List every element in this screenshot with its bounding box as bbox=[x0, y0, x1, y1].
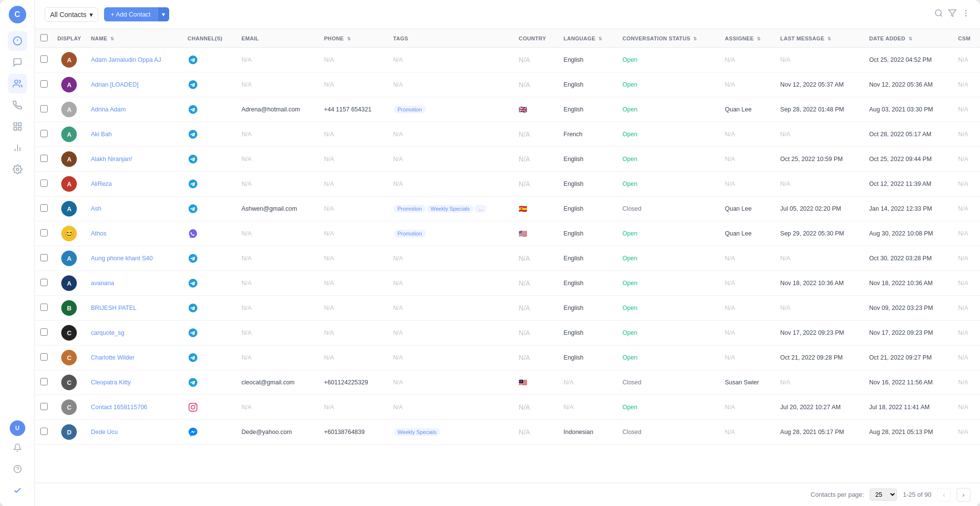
user-avatar[interactable]: U bbox=[10, 420, 25, 436]
row-checkbox[interactable] bbox=[40, 204, 48, 212]
row-checkbox-cell[interactable] bbox=[35, 345, 52, 370]
row-checkbox[interactable] bbox=[40, 229, 48, 236]
th-assignee[interactable]: ASSIGNEE ⇅ bbox=[720, 29, 775, 48]
sidebar-item-settings[interactable] bbox=[8, 160, 27, 179]
contact-name[interactable]: Adrina Adam bbox=[91, 106, 126, 113]
contact-name[interactable]: Adrian [LOADED] bbox=[91, 81, 139, 88]
sidebar-item-contacts[interactable] bbox=[8, 74, 27, 93]
sidebar-item-help[interactable] bbox=[8, 459, 27, 479]
th-phone[interactable]: PHONE ⇅ bbox=[319, 29, 388, 48]
row-checkbox-cell[interactable] bbox=[35, 221, 52, 246]
row-name-cell[interactable]: avanana bbox=[86, 271, 183, 296]
th-language[interactable]: LANGUAGE ⇅ bbox=[559, 29, 617, 48]
row-checkbox-cell[interactable] bbox=[35, 246, 52, 271]
row-name-cell[interactable]: Ash bbox=[86, 197, 183, 221]
row-checkbox[interactable] bbox=[40, 328, 48, 336]
row-checkbox-cell[interactable] bbox=[35, 197, 52, 221]
contact-name[interactable]: Adam Jamaludin Oppa AJ bbox=[91, 56, 161, 63]
sidebar-item-dashboard[interactable] bbox=[8, 31, 27, 51]
row-checkbox-cell[interactable] bbox=[35, 296, 52, 321]
row-language-cell: English bbox=[559, 246, 617, 271]
contact-name[interactable]: Aung phone khant S40 bbox=[91, 255, 153, 262]
row-checkbox-cell[interactable] bbox=[35, 147, 52, 172]
row-name-cell[interactable]: Adrian [LOADED] bbox=[86, 72, 183, 97]
row-checkbox-cell[interactable] bbox=[35, 48, 52, 72]
sidebar-item-broadcasts[interactable] bbox=[8, 95, 27, 115]
row-checkbox-cell[interactable] bbox=[35, 97, 52, 122]
row-checkbox[interactable] bbox=[40, 279, 48, 286]
th-last-message[interactable]: LAST MESSAGE ⇅ bbox=[775, 29, 864, 48]
row-csm-cell: N/A bbox=[953, 72, 980, 97]
row-name-cell[interactable]: Contact 1658115706 bbox=[86, 395, 183, 420]
contact-name[interactable]: Aki Bah bbox=[91, 131, 112, 138]
row-name-cell[interactable]: Athos bbox=[86, 221, 183, 246]
row-checkbox[interactable] bbox=[40, 254, 48, 261]
row-channel-cell bbox=[183, 172, 237, 197]
row-name-cell[interactable]: AliReza bbox=[86, 172, 183, 197]
th-name[interactable]: NAME ⇅ bbox=[86, 29, 183, 48]
row-checkbox[interactable] bbox=[40, 378, 48, 385]
row-checkbox-cell[interactable] bbox=[35, 172, 52, 197]
row-checkbox-cell[interactable] bbox=[35, 271, 52, 296]
row-name-cell[interactable]: Aki Bah bbox=[86, 122, 183, 147]
row-name-cell[interactable]: Charlotte Wilder bbox=[86, 345, 183, 370]
contact-name[interactable]: Cleopatra Kitty bbox=[91, 379, 131, 386]
row-checkbox[interactable] bbox=[40, 353, 48, 361]
row-dateadded-cell: Aug 30, 2022 10:08 PM bbox=[864, 221, 953, 246]
sidebar-item-notifications[interactable] bbox=[8, 438, 27, 457]
th-date-added[interactable]: DATE ADDED ⇅ bbox=[864, 29, 953, 48]
row-checkbox[interactable] bbox=[40, 180, 48, 187]
row-checkbox[interactable] bbox=[40, 403, 48, 410]
row-checkbox-cell[interactable] bbox=[35, 122, 52, 147]
contact-name[interactable]: Alakh Niranjan! bbox=[91, 156, 132, 163]
th-select-all[interactable] bbox=[35, 29, 52, 48]
add-contact-button[interactable]: + Add Contact bbox=[104, 7, 158, 21]
contact-name[interactable]: BRIJESH PATEL bbox=[91, 305, 137, 311]
row-checkbox[interactable] bbox=[40, 105, 48, 112]
row-checkbox-cell[interactable] bbox=[35, 370, 52, 395]
sidebar-item-checkmark[interactable] bbox=[8, 481, 27, 500]
row-checkbox[interactable] bbox=[40, 304, 48, 311]
contacts-filter-dropdown[interactable]: All Contacts ▾ bbox=[45, 7, 98, 22]
row-name-cell[interactable]: Aung phone khant S40 bbox=[86, 246, 183, 271]
row-checkbox[interactable] bbox=[40, 55, 48, 63]
contact-name[interactable]: Ash bbox=[91, 205, 102, 212]
per-page-select[interactable]: 25 50 100 bbox=[870, 488, 897, 501]
contact-name[interactable]: Contact 1658115706 bbox=[91, 404, 147, 411]
add-contact-caret-button[interactable]: ▾ bbox=[158, 7, 169, 21]
row-name-cell[interactable]: Adam Jamaludin Oppa AJ bbox=[86, 48, 183, 72]
th-conv-status[interactable]: CONVERSATION STATUS ⇅ bbox=[618, 29, 720, 48]
row-name-cell[interactable]: Cleopatra Kitty bbox=[86, 370, 183, 395]
row-name-cell[interactable]: Alakh Niranjan! bbox=[86, 147, 183, 172]
row-name-cell[interactable]: Adrina Adam bbox=[86, 97, 183, 122]
pagination-prev-button[interactable]: ‹ bbox=[937, 488, 951, 502]
sidebar-item-reports[interactable] bbox=[8, 138, 27, 158]
row-checkbox[interactable] bbox=[40, 428, 48, 435]
contact-name[interactable]: Dede Ucu bbox=[91, 429, 118, 435]
select-all-checkbox[interactable] bbox=[40, 34, 48, 41]
contact-name[interactable]: avanana bbox=[91, 280, 114, 287]
contact-name[interactable]: Charlotte Wilder bbox=[91, 354, 135, 361]
sidebar-item-messages[interactable] bbox=[8, 53, 27, 72]
row-checkbox[interactable] bbox=[40, 130, 48, 137]
row-checkbox-cell[interactable] bbox=[35, 72, 52, 97]
sidebar-item-integrations[interactable] bbox=[8, 117, 27, 136]
row-dateadded-cell: Jan 14, 2022 12:33 PM bbox=[864, 197, 953, 221]
row-checkbox[interactable] bbox=[40, 80, 48, 88]
row-name-cell[interactable]: carquote_sg bbox=[86, 321, 183, 345]
pagination-next-button[interactable]: › bbox=[957, 488, 970, 502]
search-icon[interactable] bbox=[934, 9, 943, 20]
table-row: A Ash Ashwen@gmail.com N/A PromotionWeek… bbox=[35, 197, 980, 221]
row-name-cell[interactable]: BRIJESH PATEL bbox=[86, 296, 183, 321]
row-checkbox-cell[interactable] bbox=[35, 395, 52, 420]
more-options-icon[interactable] bbox=[962, 9, 970, 20]
row-checkbox[interactable] bbox=[40, 155, 48, 162]
contact-name[interactable]: AliReza bbox=[91, 181, 112, 187]
row-checkbox-cell[interactable] bbox=[35, 321, 52, 345]
contact-name[interactable]: carquote_sg bbox=[91, 329, 124, 336]
filter-icon[interactable] bbox=[948, 9, 957, 20]
contact-name[interactable]: Athos bbox=[91, 230, 106, 237]
row-dateadded-cell: Oct 25, 2022 09:44 PM bbox=[864, 147, 953, 172]
row-name-cell[interactable]: Dede Ucu bbox=[86, 420, 183, 445]
row-checkbox-cell[interactable] bbox=[35, 420, 52, 445]
